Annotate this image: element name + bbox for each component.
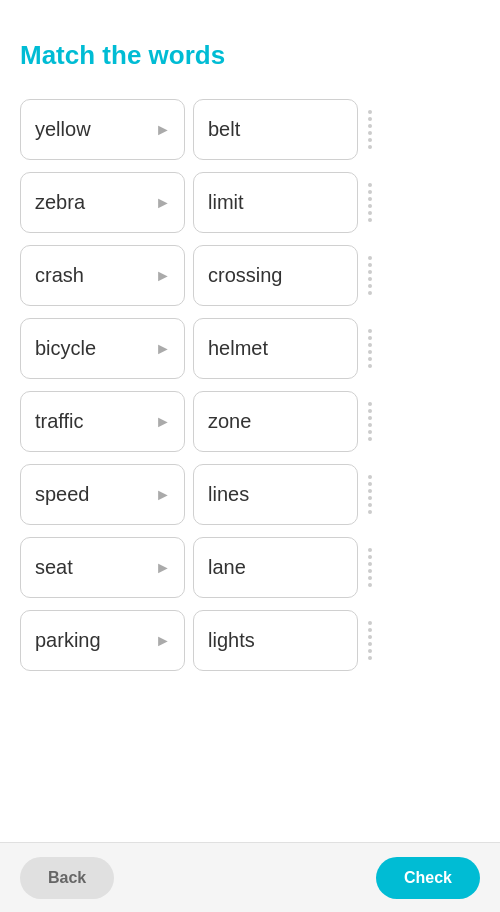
drag-dot (368, 430, 372, 434)
drag-dot (368, 124, 372, 128)
drag-dot (368, 475, 372, 479)
left-word-box[interactable]: bicycle ► (20, 318, 185, 379)
word-pair-row: crash ► crossing (20, 245, 480, 306)
word-pair-row: parking ► lights (20, 610, 480, 671)
left-word-box[interactable]: crash ► (20, 245, 185, 306)
drag-handle[interactable] (366, 621, 374, 660)
drag-handle[interactable] (366, 110, 374, 149)
drag-dot (368, 336, 372, 340)
drag-handle[interactable] (366, 183, 374, 222)
right-word-box[interactable]: zone (193, 391, 358, 452)
arrow-icon: ► (152, 267, 174, 285)
right-word-label: lights (208, 629, 255, 652)
left-word-label: crash (35, 264, 84, 287)
page-container: Match the words yellow ► belt (0, 0, 500, 751)
drag-dot (368, 131, 372, 135)
drag-dot (368, 656, 372, 660)
drag-dot (368, 291, 372, 295)
word-pair-row: yellow ► belt (20, 99, 480, 160)
drag-dot (368, 263, 372, 267)
word-pairs-container: yellow ► belt zebra ► (20, 99, 480, 671)
right-word-box[interactable]: lane (193, 537, 358, 598)
drag-dot (368, 642, 372, 646)
word-pair-row: bicycle ► helmet (20, 318, 480, 379)
word-pair-row: speed ► lines (20, 464, 480, 525)
right-side: helmet (193, 318, 374, 379)
arrow-icon: ► (152, 194, 174, 212)
drag-dot (368, 270, 372, 274)
right-word-box[interactable]: helmet (193, 318, 358, 379)
bottom-bar: Back Check (0, 842, 500, 912)
drag-dot (368, 503, 372, 507)
drag-dot (368, 649, 372, 653)
right-word-box[interactable]: lines (193, 464, 358, 525)
drag-dot (368, 284, 372, 288)
drag-handle[interactable] (366, 475, 374, 514)
drag-dot (368, 489, 372, 493)
drag-dot (368, 145, 372, 149)
right-side: lights (193, 610, 374, 671)
drag-dot (368, 555, 372, 559)
drag-dot (368, 110, 372, 114)
drag-dot (368, 138, 372, 142)
drag-dot (368, 416, 372, 420)
left-word-label: yellow (35, 118, 91, 141)
arrow-icon: ► (152, 632, 174, 650)
left-word-box[interactable]: parking ► (20, 610, 185, 671)
drag-handle[interactable] (366, 402, 374, 441)
left-word-label: traffic (35, 410, 84, 433)
drag-dot (368, 402, 372, 406)
back-button[interactable]: Back (20, 857, 114, 899)
right-word-label: zone (208, 410, 251, 433)
right-side: limit (193, 172, 374, 233)
right-word-label: lane (208, 556, 246, 579)
drag-dot (368, 329, 372, 333)
left-word-box[interactable]: speed ► (20, 464, 185, 525)
check-button[interactable]: Check (376, 857, 480, 899)
arrow-icon: ► (152, 486, 174, 504)
page-title: Match the words (20, 40, 480, 71)
right-word-box[interactable]: belt (193, 99, 358, 160)
left-word-label: zebra (35, 191, 85, 214)
drag-dot (368, 204, 372, 208)
left-word-label: bicycle (35, 337, 96, 360)
right-word-box[interactable]: lights (193, 610, 358, 671)
drag-handle[interactable] (366, 548, 374, 587)
right-side: zone (193, 391, 374, 452)
left-word-box[interactable]: traffic ► (20, 391, 185, 452)
drag-dot (368, 218, 372, 222)
drag-dot (368, 409, 372, 413)
right-word-label: belt (208, 118, 240, 141)
right-side: belt (193, 99, 374, 160)
drag-dot (368, 576, 372, 580)
word-pair-row: traffic ► zone (20, 391, 480, 452)
drag-dot (368, 357, 372, 361)
drag-dot (368, 256, 372, 260)
drag-dot (368, 562, 372, 566)
right-word-box[interactable]: limit (193, 172, 358, 233)
left-word-box[interactable]: zebra ► (20, 172, 185, 233)
left-word-box[interactable]: yellow ► (20, 99, 185, 160)
right-side: lines (193, 464, 374, 525)
drag-dot (368, 437, 372, 441)
drag-dot (368, 211, 372, 215)
drag-dot (368, 277, 372, 281)
drag-dot (368, 628, 372, 632)
drag-dot (368, 482, 372, 486)
arrow-icon: ► (152, 413, 174, 431)
drag-dot (368, 569, 372, 573)
drag-dot (368, 190, 372, 194)
drag-handle[interactable] (366, 329, 374, 368)
drag-dot (368, 343, 372, 347)
drag-dot (368, 635, 372, 639)
right-word-box[interactable]: crossing (193, 245, 358, 306)
left-word-label: parking (35, 629, 101, 652)
drag-dot (368, 117, 372, 121)
left-word-box[interactable]: seat ► (20, 537, 185, 598)
drag-handle[interactable] (366, 256, 374, 295)
right-side: crossing (193, 245, 374, 306)
right-side: lane (193, 537, 374, 598)
right-word-label: crossing (208, 264, 282, 287)
right-word-label: lines (208, 483, 249, 506)
right-word-label: helmet (208, 337, 268, 360)
